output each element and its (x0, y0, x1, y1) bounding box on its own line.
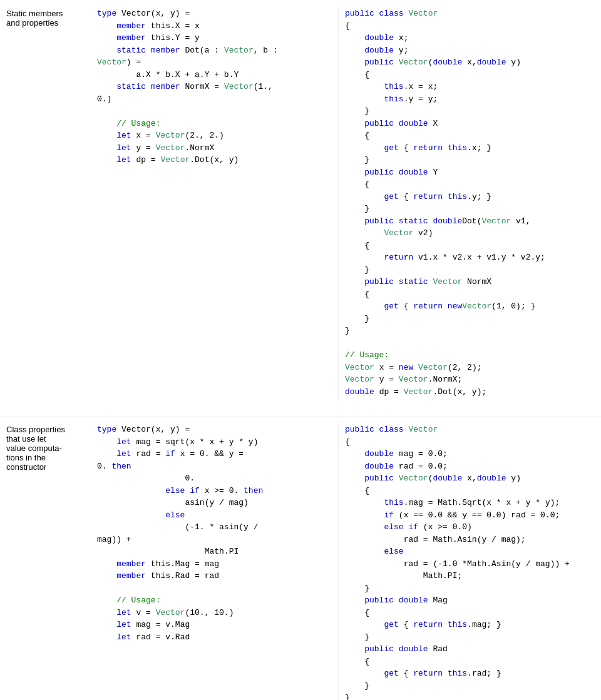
fsharp-code-classprop: type Vector(x, y) = let mag = sqrt(x * x… (97, 422, 338, 700)
section-label-classprop: Class propertiesthat use letvalue comput… (0, 422, 97, 700)
csharp-code-classprop: public class Vector { double mag = 0.0; … (338, 422, 601, 700)
fsharp-code-static: type Vector(x, y) = member this.X = x me… (97, 6, 338, 399)
section-class-properties: Class propertiesthat use letvalue comput… (0, 422, 601, 700)
csharp-code-static: public class Vector { double x; double y… (338, 6, 601, 399)
page: Static membersand properties type Vector… (0, 0, 601, 700)
section-static-members: Static membersand properties type Vector… (0, 6, 601, 399)
section-divider (0, 417, 601, 417)
section-label-static: Static membersand properties (0, 6, 97, 399)
